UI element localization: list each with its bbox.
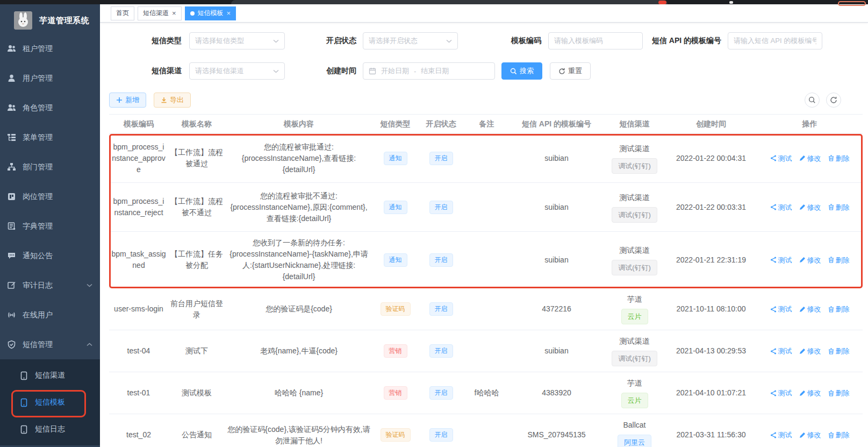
tab-sms-template[interactable]: 短信模板 × (185, 6, 236, 20)
show-search-button[interactable] (805, 93, 820, 108)
cell-created-time: 2021-04-13 00:29:53 (665, 330, 757, 372)
delete-link[interactable]: 删除 (828, 429, 850, 441)
delete-link[interactable]: 删除 (828, 254, 850, 266)
refresh-table-button[interactable] (826, 93, 841, 108)
cell-channel: 测试渠道 调试(钉钉) (604, 183, 665, 231)
delete-link[interactable]: 删除 (828, 153, 850, 164)
test-link[interactable]: 测试 (770, 254, 792, 266)
edit-pencil-icon (799, 306, 806, 313)
cell-template-content: 您的验证码是{code} (225, 288, 372, 330)
channel-name: 测试渠道 (620, 336, 650, 347)
cell-api-template-id: suibian (510, 330, 604, 372)
delete-link[interactable]: 删除 (828, 387, 850, 399)
phone-icon (20, 371, 28, 380)
sidebar-item-user[interactable]: 用户管理 (0, 63, 100, 93)
test-link[interactable]: 测试 (770, 345, 792, 357)
delete-link[interactable]: 删除 (828, 303, 850, 315)
add-button[interactable]: 新增 (109, 93, 146, 108)
row-actions: 测试 修改 删除 (770, 303, 850, 315)
row-actions: 测试 修改 删除 (770, 202, 850, 213)
row-actions: 测试 修改 删除 (770, 429, 850, 441)
reset-button[interactable]: 重置 (550, 62, 591, 80)
date-separator: - (414, 67, 416, 75)
status-select[interactable]: 请选择开启状态 (363, 32, 458, 49)
sidebar-item-audit-log[interactable]: 审计日志 (0, 271, 100, 300)
sms-type-badge: 通知 (384, 253, 407, 267)
create-time-label: 创建时间 (306, 66, 356, 76)
sidebar-item-role[interactable]: 角色管理 (0, 93, 100, 123)
tab-sms-channel[interactable]: 短信渠道 × (138, 6, 182, 20)
test-link[interactable]: 测试 (770, 153, 792, 164)
search-icon (808, 96, 816, 104)
tab-label: 短信模板 (198, 9, 224, 18)
edit-link[interactable]: 修改 (799, 254, 821, 266)
table-header: 模板编码 模板名称 模板内容 短信类型 开启状态 备注 短信 API 的模板编号… (109, 114, 863, 134)
extension-pill-icon (838, 1, 866, 6)
app-logo-avatar (14, 11, 32, 30)
cell-template-code: bpm_task_assigned (109, 232, 168, 288)
user-icon (7, 74, 16, 83)
cell-api-template-id: suibian (510, 183, 604, 231)
sms-type-badge: 营销 (384, 386, 407, 400)
test-link[interactable]: 测试 (770, 202, 792, 213)
template-code-input[interactable]: 请输入模板编码 (548, 32, 643, 49)
channel-select[interactable]: 请选择短信渠道 (189, 62, 285, 80)
sidebar-item-sms[interactable]: 短信管理 (0, 330, 100, 359)
close-icon[interactable]: × (227, 10, 231, 17)
sidebar-item-label: 审计日志 (23, 281, 53, 290)
edit-link[interactable]: 修改 (799, 429, 821, 441)
sidebar-item-tenant[interactable]: 租户管理 (0, 34, 100, 63)
channel-name: 芋道 (627, 294, 642, 305)
edit-link[interactable]: 修改 (799, 202, 821, 213)
cell-template-code: user-sms-login (109, 288, 168, 330)
search-button[interactable]: 搜索 (501, 62, 542, 80)
delete-link[interactable]: 删除 (828, 202, 850, 213)
table-row: user-sms-login 前台用户短信登录 您的验证码是{code} 验证码… (109, 288, 863, 330)
export-button[interactable]: 导出 (154, 93, 191, 108)
edit-pencil-icon (799, 204, 806, 210)
refresh-icon (830, 96, 837, 104)
row-actions: 测试 修改 删除 (770, 153, 850, 164)
date-range-input[interactable]: 开始日期 - 结束日期 (363, 62, 495, 80)
chevron-up-icon (87, 343, 92, 346)
template-code-label: 模板编码 (479, 36, 541, 46)
sidebar-subitem-sms-template[interactable]: 短信模板 (0, 389, 100, 416)
sidebar-item-post[interactable]: 岗位管理 (0, 182, 100, 211)
api-template-id-input[interactable]: 请输入短信 API 的模板编号 (728, 32, 822, 49)
tab-home[interactable]: 首页 (111, 6, 134, 20)
sidebar-item-online-users[interactable]: 在线用户 (0, 300, 100, 330)
cell-remark (464, 414, 510, 447)
test-link[interactable]: 测试 (770, 429, 792, 441)
sidebar-item-dept[interactable]: 部门管理 (0, 152, 100, 182)
sidebar-item-dict[interactable]: 字典管理 (0, 211, 100, 241)
edit-link[interactable]: 修改 (799, 345, 821, 357)
active-dot-icon (190, 11, 195, 16)
status-badge: 开启 (429, 344, 453, 358)
edit-link[interactable]: 修改 (799, 303, 821, 315)
sms-type-badge: 验证码 (381, 428, 411, 442)
sidebar-item-menu[interactable]: 菜单管理 (0, 123, 100, 152)
sidebar-item-notice[interactable]: 通知公告 (0, 241, 100, 271)
chevron-down-icon (87, 283, 92, 287)
cell-channel: 芋道 云片 (604, 288, 665, 330)
cell-channel: 芋道 云片 (604, 372, 665, 414)
date-end-placeholder: 结束日期 (421, 66, 449, 76)
edit-link[interactable]: 修改 (799, 153, 821, 164)
sms-type-select[interactable]: 请选择短信类型 (189, 32, 285, 49)
edit-link[interactable]: 修改 (799, 387, 821, 399)
delete-link[interactable]: 删除 (828, 345, 850, 357)
share-icon (770, 432, 777, 438)
trash-icon (828, 348, 834, 354)
app-logo-row[interactable]: 芋道管理系统 (0, 4, 100, 34)
menu-tree-icon (7, 133, 16, 142)
test-link[interactable]: 测试 (770, 303, 792, 315)
sidebar-item-label: 通知公告 (23, 251, 53, 261)
sidebar-subitem-sms-log[interactable]: 短信日志 (0, 416, 100, 443)
sidebar-subitem-sms-channel[interactable]: 短信渠道 (0, 362, 100, 389)
trash-icon (828, 432, 834, 438)
test-link[interactable]: 测试 (770, 387, 792, 399)
sidebar-item-label: 用户管理 (23, 74, 53, 83)
api-template-id-label: 短信 API 的模板编号 (648, 36, 721, 46)
sidebar-item-label: 在线用户 (23, 310, 53, 320)
close-icon[interactable]: × (172, 10, 176, 17)
